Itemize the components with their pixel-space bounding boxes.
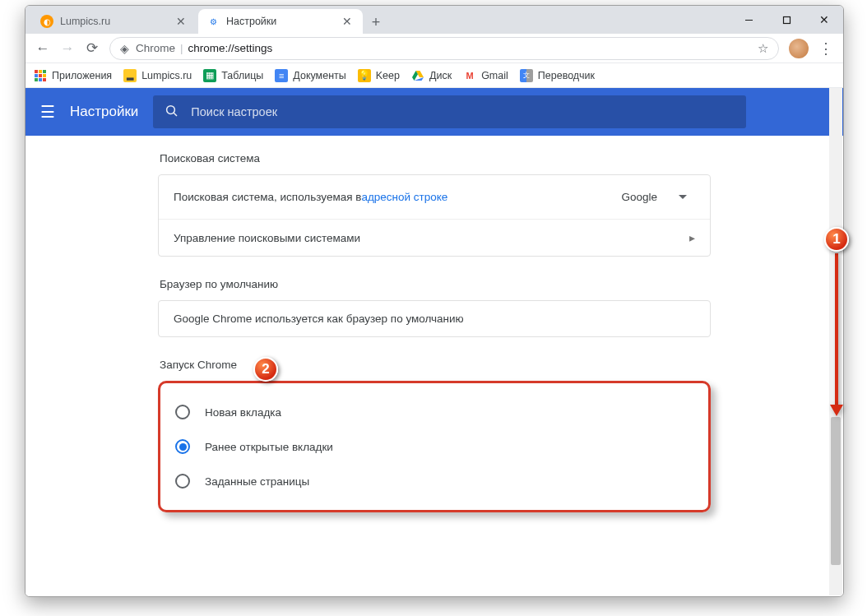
row-label-part1: Поисковая система, используемая в bbox=[174, 191, 361, 203]
titlebar: ◐ Lumpics.ru ✕ ⚙ Настройки ✕ + ✕ bbox=[26, 6, 843, 34]
annotation-marker-2: 2 bbox=[253, 357, 278, 382]
new-tab-button[interactable]: + bbox=[364, 11, 387, 34]
search-engine-select[interactable]: Google bbox=[613, 187, 695, 207]
svg-rect-7 bbox=[43, 74, 46, 77]
address-bar-link[interactable]: адресной строке bbox=[361, 191, 447, 203]
annotation-arrow-head bbox=[830, 405, 843, 416]
scrollbar-thumb[interactable] bbox=[831, 417, 841, 565]
docs-icon: ≡ bbox=[275, 69, 288, 82]
startup-options-card: Новая вкладка Ранее открытые вкладки Зад… bbox=[158, 381, 711, 512]
favicon-lumpics: ◐ bbox=[40, 15, 53, 28]
menu-icon[interactable]: ☰ bbox=[40, 102, 55, 122]
bookmark-docs[interactable]: ≡ Документы bbox=[275, 69, 345, 82]
svg-rect-1 bbox=[783, 16, 790, 23]
default-browser-card: Google Chrome используется как браузер п… bbox=[158, 300, 711, 337]
close-tab-icon[interactable]: ✕ bbox=[174, 15, 188, 28]
sheets-icon: ▦ bbox=[203, 69, 216, 82]
svg-rect-10 bbox=[43, 78, 46, 81]
bookmark-label: Диск bbox=[429, 70, 452, 81]
back-button[interactable]: ← bbox=[30, 36, 55, 61]
section-startup: Запуск Chrome Новая вкладка Ранее открыт… bbox=[158, 359, 711, 512]
bookmark-label: Lumpics.ru bbox=[141, 70, 192, 81]
section-search-engine: Поисковая система Поисковая система, исп… bbox=[158, 152, 711, 257]
bookmark-label: Keep bbox=[376, 70, 400, 81]
url-path: chrome://settings bbox=[188, 42, 273, 54]
address-bar[interactable]: ◈ Chrome | chrome://settings ☆ bbox=[109, 37, 779, 60]
settings-search[interactable] bbox=[153, 95, 746, 128]
bookmark-label: Gmail bbox=[481, 70, 508, 81]
svg-point-14 bbox=[167, 105, 175, 113]
svg-rect-9 bbox=[39, 78, 42, 81]
row-label: Управление поисковыми системами bbox=[174, 232, 360, 244]
option-label: Ранее открытые вкладки bbox=[205, 441, 333, 453]
svg-rect-4 bbox=[43, 70, 46, 73]
startup-option-new-tab[interactable]: Новая вкладка bbox=[175, 395, 693, 429]
section-default-browser: Браузер по умолчанию Google Chrome испол… bbox=[158, 278, 711, 337]
settings-search-input[interactable] bbox=[191, 105, 735, 118]
close-tab-icon[interactable]: ✕ bbox=[340, 15, 355, 28]
manage-search-engines-row[interactable]: Управление поисковыми системами ▸ bbox=[159, 220, 710, 256]
section-title: Поисковая система bbox=[158, 152, 711, 164]
radio-icon bbox=[175, 405, 190, 419]
reload-button[interactable]: ⟳ bbox=[80, 36, 104, 61]
marker-number: 1 bbox=[832, 231, 840, 248]
close-window-button[interactable]: ✕ bbox=[805, 6, 843, 34]
bookmark-label: Документы bbox=[293, 70, 345, 81]
chevron-right-icon: ▸ bbox=[689, 231, 695, 244]
radio-icon-selected bbox=[175, 439, 190, 454]
svg-rect-8 bbox=[35, 78, 38, 81]
profile-avatar[interactable] bbox=[789, 39, 809, 58]
bookmark-keep[interactable]: 💡 Keep bbox=[358, 69, 400, 82]
toolbar: ← → ⟳ ◈ Chrome | chrome://settings ☆ ⋮ bbox=[26, 34, 843, 63]
site-info-icon[interactable]: ◈ bbox=[120, 42, 129, 55]
section-title: Браузер по умолчанию bbox=[158, 278, 711, 290]
bookmark-label: Приложения bbox=[52, 70, 112, 81]
default-browser-row: Google Chrome используется как браузер п… bbox=[159, 301, 710, 336]
bookmark-translate[interactable]: 文 Переводчик bbox=[520, 69, 595, 82]
section-title: Запуск Chrome bbox=[158, 359, 711, 371]
forward-button[interactable]: → bbox=[55, 36, 80, 61]
bookmark-lumpics[interactable]: ▂ Lumpics.ru bbox=[123, 69, 192, 82]
settings-body: Поисковая система Поисковая система, исп… bbox=[26, 136, 843, 596]
radio-icon bbox=[175, 474, 190, 489]
url-separator: | bbox=[180, 42, 183, 54]
settings-header: ☰ Настройки bbox=[26, 88, 843, 136]
row-text: Google Chrome используется как браузер п… bbox=[174, 313, 464, 325]
marker-number: 2 bbox=[262, 361, 269, 377]
svg-rect-6 bbox=[39, 74, 42, 77]
url-scheme: Chrome bbox=[136, 42, 175, 54]
translate-icon: 文 bbox=[520, 69, 533, 82]
startup-option-continue[interactable]: Ранее открытые вкладки bbox=[175, 429, 693, 464]
favicon-settings: ⚙ bbox=[206, 15, 220, 28]
chevron-down-icon bbox=[679, 195, 687, 199]
minimize-button[interactable] bbox=[730, 6, 767, 34]
tab-title: Настройки bbox=[226, 16, 276, 27]
annotation-arrow-line bbox=[835, 253, 838, 405]
search-icon bbox=[165, 104, 179, 121]
tab-strip: ◐ Lumpics.ru ✕ ⚙ Настройки ✕ + bbox=[26, 6, 730, 34]
option-label: Новая вкладка bbox=[205, 406, 281, 419]
tab-settings[interactable]: ⚙ Настройки ✕ bbox=[198, 9, 363, 34]
folder-icon: ▂ bbox=[123, 69, 137, 82]
bookmark-star-icon[interactable]: ☆ bbox=[758, 41, 768, 56]
chrome-menu-button[interactable]: ⋮ bbox=[814, 36, 838, 61]
keep-icon: 💡 bbox=[358, 69, 371, 82]
annotation-marker-1: 1 bbox=[824, 227, 849, 252]
bookmark-drive[interactable]: Диск bbox=[411, 69, 452, 82]
tab-title: Lumpics.ru bbox=[60, 16, 110, 27]
svg-line-15 bbox=[174, 113, 178, 116]
search-engine-card: Поисковая система, используемая в адресн… bbox=[158, 174, 711, 257]
selected-engine: Google bbox=[621, 191, 657, 203]
maximize-button[interactable] bbox=[767, 6, 805, 34]
bookmark-label: Переводчик bbox=[538, 70, 595, 81]
svg-rect-2 bbox=[35, 70, 38, 73]
apps-shortcut[interactable]: Приложения bbox=[34, 69, 112, 82]
search-engine-row: Поисковая система, используемая в адресн… bbox=[159, 175, 710, 220]
bookmarks-bar: Приложения ▂ Lumpics.ru ▦ Таблицы ≡ Доку… bbox=[26, 63, 843, 88]
svg-rect-3 bbox=[39, 70, 42, 73]
bookmark-gmail[interactable]: M Gmail bbox=[463, 69, 508, 82]
bookmark-sheets[interactable]: ▦ Таблицы bbox=[203, 69, 263, 82]
tab-lumpics[interactable]: ◐ Lumpics.ru ✕ bbox=[32, 9, 197, 34]
bookmark-label: Таблицы bbox=[221, 70, 263, 81]
startup-option-specific[interactable]: Заданные страницы bbox=[175, 464, 693, 498]
